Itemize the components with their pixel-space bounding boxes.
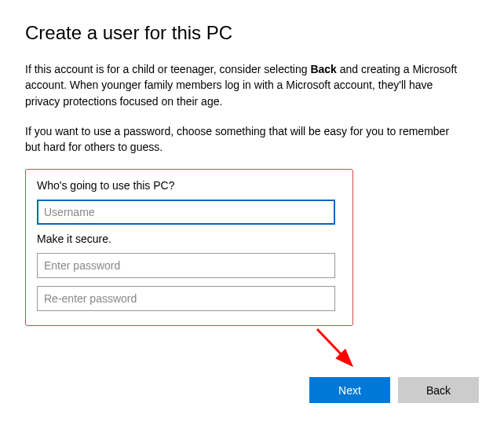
password-input[interactable]	[37, 253, 335, 278]
password-confirm-input[interactable]	[37, 286, 335, 311]
description-paragraph-1: If this account is for a child or teenag…	[25, 61, 465, 109]
svg-line-1	[317, 329, 350, 364]
button-row: Next Back	[309, 377, 479, 403]
username-input[interactable]	[37, 200, 335, 225]
username-section-label: Who's going to use this PC?	[37, 179, 341, 192]
desc1-bold: Back	[310, 63, 336, 75]
form-highlight-box: Who's going to use this PC? Make it secu…	[25, 169, 353, 326]
arrow-annotation-icon	[309, 323, 364, 378]
description-paragraph-2: If you want to use a password, choose so…	[25, 123, 465, 156]
back-button[interactable]: Back	[398, 377, 479, 403]
page-title: Create a user for this PC	[25, 22, 479, 44]
desc1-pre: If this account is for a child or teenag…	[25, 63, 310, 75]
password-section-label: Make it secure.	[37, 233, 341, 245]
next-button[interactable]: Next	[309, 377, 390, 403]
